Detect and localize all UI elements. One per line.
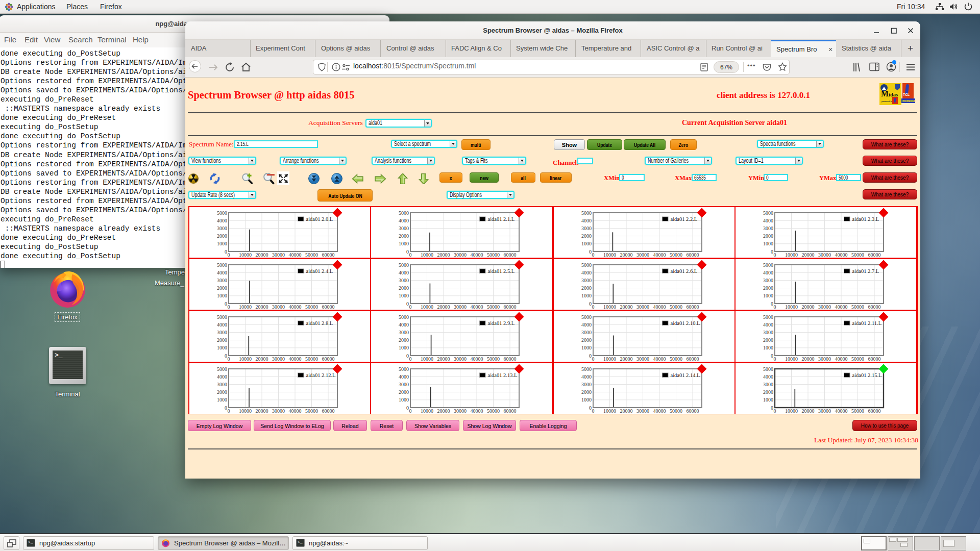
svg-text:0: 0 — [225, 301, 227, 307]
svg-text:1000: 1000 — [581, 241, 592, 246]
svg-text:60000: 60000 — [687, 356, 699, 362]
svg-text:4000: 4000 — [581, 374, 592, 380]
svg-text:50000: 50000 — [305, 356, 318, 362]
svg-text:2000: 2000 — [763, 337, 773, 343]
svg-text:50000: 50000 — [305, 252, 318, 258]
svg-text:4000: 4000 — [399, 270, 409, 276]
svg-text:10000: 10000 — [785, 408, 798, 414]
svg-text:0: 0 — [409, 304, 412, 310]
svg-text:10000: 10000 — [603, 252, 616, 258]
svg-text:2000: 2000 — [399, 233, 409, 239]
svg-text:0: 0 — [592, 304, 595, 310]
svg-text:2000: 2000 — [763, 389, 773, 395]
svg-text:60000: 60000 — [687, 304, 699, 310]
svg-text:10000: 10000 — [421, 408, 433, 414]
svg-text:20000: 20000 — [620, 356, 633, 362]
svg-text:2000: 2000 — [581, 389, 592, 395]
svg-text:0: 0 — [409, 408, 412, 414]
svg-text:aida01 2.11.L: aida01 2.11.L — [852, 320, 882, 326]
svg-text:3000: 3000 — [399, 382, 409, 387]
svg-text:50000: 50000 — [851, 408, 864, 414]
svg-text:50000: 50000 — [670, 408, 682, 414]
svg-text:0: 0 — [774, 252, 776, 258]
svg-text:aida01 2.9.L: aida01 2.9.L — [488, 320, 515, 326]
svg-text:3000: 3000 — [217, 226, 227, 231]
svg-text:0: 0 — [771, 249, 773, 255]
svg-text:2000: 2000 — [763, 233, 773, 239]
svg-text:0: 0 — [225, 353, 227, 359]
svg-text:aida01 2.12.L: aida01 2.12.L — [306, 372, 336, 378]
svg-text:5000: 5000 — [763, 210, 773, 216]
svg-text:30000: 30000 — [454, 252, 467, 258]
svg-text:20000: 20000 — [620, 252, 633, 258]
svg-text:60000: 60000 — [687, 252, 699, 258]
svg-text:60000: 60000 — [322, 252, 335, 258]
svg-text:20000: 20000 — [256, 252, 268, 258]
svg-text:5000: 5000 — [399, 366, 409, 372]
svg-text:60000: 60000 — [504, 356, 517, 362]
svg-text:1000: 1000 — [217, 293, 227, 298]
svg-text:2000: 2000 — [581, 285, 592, 291]
svg-text:50000: 50000 — [487, 304, 500, 310]
svg-text:1000: 1000 — [581, 293, 592, 298]
svg-text:50000: 50000 — [670, 252, 682, 258]
svg-text:30000: 30000 — [272, 304, 285, 310]
svg-text:10000: 10000 — [239, 304, 252, 310]
svg-text:30000: 30000 — [818, 304, 831, 310]
svg-text:10000: 10000 — [239, 252, 252, 258]
svg-text:aida01 2.7.L: aida01 2.7.L — [852, 268, 879, 274]
svg-text:0: 0 — [771, 301, 773, 307]
svg-text:60000: 60000 — [322, 408, 335, 414]
svg-text:0: 0 — [406, 405, 409, 411]
svg-text:5000: 5000 — [581, 314, 592, 320]
svg-text:0: 0 — [589, 353, 592, 359]
svg-text:0: 0 — [592, 408, 595, 414]
svg-text:4000: 4000 — [581, 322, 592, 328]
svg-text:50000: 50000 — [851, 252, 864, 258]
svg-text:aida01 2.8.L: aida01 2.8.L — [306, 320, 333, 326]
svg-text:1000: 1000 — [217, 241, 227, 246]
svg-text:4000: 4000 — [217, 270, 227, 276]
svg-text:10000: 10000 — [421, 252, 433, 258]
svg-text:1000: 1000 — [581, 345, 592, 350]
svg-text:aida01 2.10.L: aida01 2.10.L — [671, 320, 700, 326]
svg-text:30000: 30000 — [272, 252, 285, 258]
svg-text:30000: 30000 — [636, 408, 649, 414]
svg-text:20000: 20000 — [437, 356, 450, 362]
svg-text:2000: 2000 — [399, 389, 409, 395]
svg-text:0: 0 — [589, 405, 592, 411]
svg-text:40000: 40000 — [289, 252, 302, 258]
svg-text:0: 0 — [406, 301, 409, 307]
svg-text:aida01 2.15.L: aida01 2.15.L — [852, 372, 882, 378]
svg-text:3000: 3000 — [763, 382, 773, 387]
svg-text:0: 0 — [589, 249, 592, 255]
svg-text:30000: 30000 — [272, 408, 285, 414]
svg-text:3000: 3000 — [399, 278, 409, 283]
svg-text:5000: 5000 — [581, 210, 592, 216]
svg-text:0: 0 — [409, 356, 412, 362]
svg-text:5000: 5000 — [763, 314, 773, 320]
svg-text:30000: 30000 — [454, 304, 467, 310]
svg-text:4000: 4000 — [399, 218, 409, 223]
svg-text:4000: 4000 — [217, 322, 227, 328]
svg-text:3000: 3000 — [763, 278, 773, 283]
svg-text:1000: 1000 — [581, 397, 592, 403]
svg-text:0: 0 — [774, 356, 776, 362]
svg-text:20000: 20000 — [620, 304, 633, 310]
svg-text:4000: 4000 — [217, 374, 227, 380]
svg-text:40000: 40000 — [471, 408, 483, 414]
svg-text:40000: 40000 — [653, 408, 666, 414]
svg-text:3000: 3000 — [217, 278, 227, 283]
svg-text:2000: 2000 — [581, 337, 592, 343]
svg-text:0: 0 — [228, 304, 230, 310]
svg-text:0: 0 — [406, 353, 409, 359]
svg-text:10000: 10000 — [603, 356, 616, 362]
svg-text:20000: 20000 — [802, 252, 815, 258]
svg-text:20000: 20000 — [437, 252, 450, 258]
svg-text:40000: 40000 — [289, 408, 302, 414]
svg-text:60000: 60000 — [868, 408, 881, 414]
svg-text:60000: 60000 — [322, 304, 335, 310]
svg-text:2000: 2000 — [217, 285, 227, 291]
svg-text:40000: 40000 — [835, 252, 848, 258]
svg-text:4000: 4000 — [763, 374, 773, 380]
